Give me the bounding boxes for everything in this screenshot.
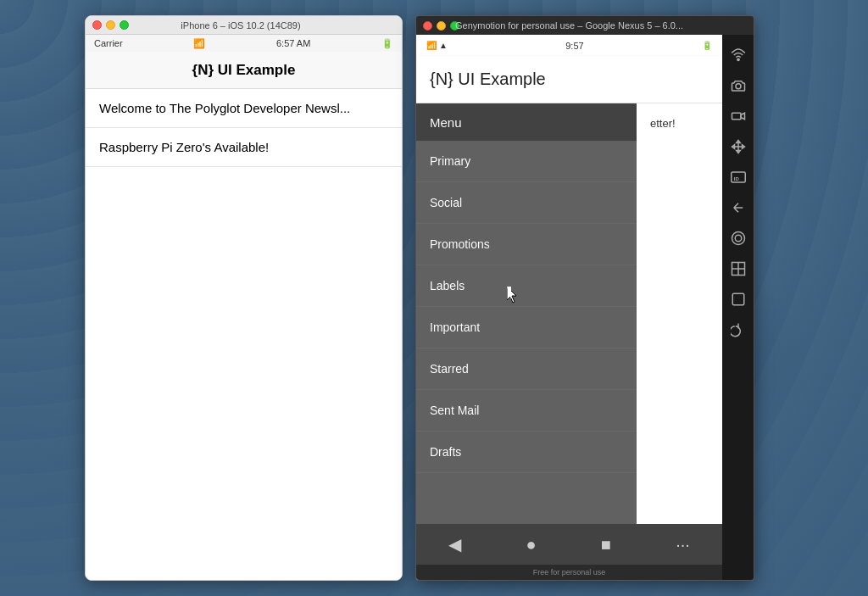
android-app-title: {N} UI Example [430,70,546,89]
ios-simulator: iPhone 6 – iOS 10.2 (14C89) Carrier 📶 6:… [85,15,403,581]
drawer-header-title: Menu [430,115,462,130]
apps-sidebar-icon[interactable] [725,255,752,282]
android-app-bar: {N} UI Example [416,56,722,103]
square-sidebar-icon[interactable] [725,286,752,313]
ios-nav-bar: {N} UI Example [86,52,402,89]
android-main-content: etter! [637,103,722,524]
back-nav-button[interactable]: ◀ [442,527,468,561]
move-sidebar-icon[interactable] [725,133,752,160]
ios-app-title: {N} UI Example [192,62,296,79]
ios-wifi-icon: 📶 [193,38,205,49]
ios-status-bar: Carrier 📶 6:57 AM 🔋 [86,35,402,52]
wifi-signal-icon: 📶 [426,41,437,50]
android-status-bar: 📶 ▲ 9:57 🔋 [416,35,722,56]
svg-point-1 [736,84,741,89]
genymotion-label: Free for personal use [416,565,722,580]
svg-rect-6 [735,235,742,242]
android-simulator: Genymotion for personal use – Google Nex… [415,15,754,581]
drawer-item-primary[interactable]: Primary [416,141,645,182]
svg-rect-10 [732,293,744,305]
id-sidebar-icon[interactable]: ID [725,164,752,191]
android-content-area: Menu Primary Social Promotions Labels Im… [416,103,722,524]
status-left-icons: 📶 ▲ [426,41,448,50]
ios-carrier: Carrier [94,38,123,48]
ios-time: 6:57 AM [276,38,310,48]
ios-battery-icon: 🔋 [381,38,393,49]
recents-nav-button[interactable]: ■ [594,528,618,561]
ios-titlebar: iPhone 6 – iOS 10.2 (14C89) [86,16,402,35]
drawer-header: Menu [416,103,645,141]
android-device: 📶 ▲ 9:57 🔋 {N} UI Example Menu [416,35,754,580]
partial-content-text: etter! [650,117,676,130]
status-right-icons: 🔋 [702,41,712,50]
more-nav-button[interactable]: ··· [669,528,697,561]
drawer-item-starred[interactable]: Starred [416,348,645,390]
wifi-sidebar-icon[interactable] [725,42,752,69]
genymotion-label-text: Free for personal use [533,568,606,577]
drawer-item-drafts[interactable]: Drafts [416,432,645,473]
drawer-item-important[interactable]: Important [416,307,645,348]
android-time: 9:57 [565,41,583,51]
svg-rect-2 [732,113,741,120]
drawer-item-sent[interactable]: Sent Mail [416,390,645,432]
signal-icon: ▲ [439,41,448,50]
android-titlebar: Genymotion for personal use – Google Nex… [416,16,754,35]
android-battery-icon: 🔋 [702,41,712,50]
video-sidebar-icon[interactable] [725,103,752,130]
ios-content: Welcome to The Polyglot Developer Newsl.… [86,89,402,580]
desktop: iPhone 6 – iOS 10.2 (14C89) Carrier 📶 6:… [0,0,868,596]
home-nav-button[interactable]: ● [519,528,542,561]
drawer-item-social[interactable]: Social [416,182,645,224]
ios-list-item-1[interactable]: Welcome to The Polyglot Developer Newsl.… [86,89,402,128]
svg-rect-5 [732,232,744,245]
android-screen: 📶 ▲ 9:57 🔋 {N} UI Example Menu [416,35,722,580]
android-drawer: Menu Primary Social Promotions Labels Im… [416,103,645,524]
camera-sidebar-icon[interactable] [725,72,752,99]
drawer-item-promotions[interactable]: Promotions [416,224,645,265]
android-titlebar-title: Genymotion for personal use – Google Nex… [415,20,747,31]
ios-list-item-2[interactable]: Raspberry Pi Zero's Available! [86,128,402,167]
power-sidebar-icon[interactable] [725,316,752,343]
genymotion-sidebar: ID [722,35,754,580]
home-sidebar-icon[interactable] [725,225,752,252]
svg-point-0 [737,58,738,60]
svg-text:ID: ID [733,176,739,181]
android-nav-bar: ◀ ● ■ ··· [416,524,722,565]
ios-titlebar-title: iPhone 6 – iOS 10.2 (14C89) [86,20,395,31]
drawer-item-labels[interactable]: Labels [416,265,645,307]
back-sidebar-icon[interactable] [725,194,752,221]
